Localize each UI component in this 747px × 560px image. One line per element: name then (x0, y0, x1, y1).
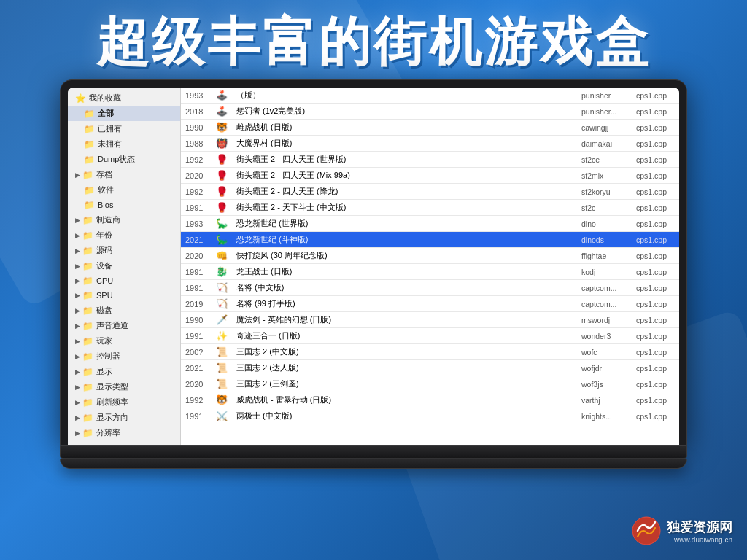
game-name: 恐龙新世纪 (世界版) (232, 216, 577, 232)
table-row[interactable]: 1991 ✨ 奇迹三合一 (日版) wonder3 cps1.cpp (181, 328, 679, 344)
table-row[interactable]: 2021 📜 三国志 2 (达人版) wofjdr cps1.cpp (181, 360, 679, 376)
table-row[interactable]: 1992 🐯 威虎战机 - 雷暴行动 (日版) varthj cps1.cpp (181, 392, 679, 408)
sidebar-item-12[interactable]: ▶📁CPU (68, 273, 180, 288)
sidebar-item-20[interactable]: ▶📁刷新频率 (68, 394, 180, 410)
game-name: 龙王战士 (日版) (232, 264, 577, 280)
expand-arrow: ▶ (75, 292, 80, 299)
sidebar-item-5[interactable]: ▶📁存档 (68, 167, 180, 182)
game-icon-cell: 🕹️ (212, 104, 232, 120)
folder-icon: ⭐ (75, 93, 86, 104)
table-row[interactable]: 1988 👹 大魔界村 (日版) daimakai cps1.cpp (181, 136, 679, 152)
game-name: 街头霸王 2 - 四大天王 (世界版) (232, 152, 577, 168)
expand-arrow: ▶ (75, 368, 80, 376)
sidebar-label: 源码 (96, 245, 112, 256)
sidebar-label: 显示类型 (96, 381, 128, 392)
game-rom: captcom... (577, 280, 632, 296)
sidebar-item-19[interactable]: ▶📁显示类型 (68, 379, 180, 394)
table-row[interactable]: 2019 🏹 名将 (99 打手版) captcom... cps1.cpp (181, 296, 679, 312)
sidebar-label: CPU (96, 276, 113, 285)
game-icon-cell: 🏹 (212, 280, 232, 296)
game-icon: 👹 (216, 138, 228, 149)
folder-icon: 📁 (82, 428, 93, 438)
game-icon: 🥊 (216, 170, 228, 181)
table-row[interactable]: 2018 🕹️ 惩罚者 (1v2完美版) punisher... cps1.cp… (181, 104, 679, 120)
game-year: 1992 (181, 392, 212, 408)
game-rom: cawingjj (577, 120, 632, 136)
sidebar-item-14[interactable]: ▶📁磁盘 (68, 303, 180, 318)
sidebar-item-11[interactable]: ▶📁设备 (68, 258, 180, 273)
game-rom: punisher (577, 88, 632, 104)
table-row[interactable]: 1990 🐯 雌虎战机 (日版) cawingjj cps1.cpp (181, 120, 679, 136)
sidebar-item-13[interactable]: ▶📁SPU (68, 288, 180, 303)
game-name: 奇迹三合一 (日版) (232, 328, 577, 344)
table-row[interactable]: 2020 🥊 街头霸王 2 - 四大天王 (Mix 99a) sf2mix cp… (181, 168, 679, 184)
sidebar-item-2[interactable]: 📁已拥有 (68, 121, 180, 136)
game-rom: punisher... (577, 104, 632, 120)
game-rom: dino (577, 216, 632, 232)
table-row[interactable]: 1991 🐉 龙王战士 (日版) kodj cps1.cpp (181, 264, 679, 280)
folder-icon: 📁 (82, 246, 93, 256)
sidebar-item-16[interactable]: ▶📁玩家 (68, 333, 180, 349)
folder-icon: 📁 (82, 351, 93, 362)
game-name: 威虎战机 - 雷暴行动 (日版) (232, 392, 577, 408)
game-name: 街头霸王 2 - 天下斗士 (中文版) (232, 200, 577, 216)
table-row[interactable]: 1993 🕹️ （版） punisher cps1.cpp (181, 88, 679, 104)
table-row[interactable]: 1991 ⚔️ 两极士 (中文版) knights... cps1.cpp (181, 408, 679, 424)
game-year: 1988 (181, 136, 212, 152)
expand-arrow: ▶ (75, 262, 80, 270)
game-rom: sf2c (577, 200, 632, 216)
expand-arrow: ▶ (75, 399, 80, 406)
game-icon: 🏹 (216, 282, 228, 293)
sidebar-label: 控制器 (96, 351, 120, 362)
game-icon: 📜 (216, 362, 228, 373)
expand-arrow: ▶ (75, 338, 80, 345)
table-row[interactable]: 1992 🥊 街头霸王 2 - 四大天王 (世界版) sf2ce cps1.cp… (181, 152, 679, 168)
game-year: 1990 (181, 120, 212, 136)
table-row[interactable]: 200? 📜 三国志 2 (中文版) wofc cps1.cpp (181, 344, 679, 360)
sidebar-item-10[interactable]: ▶📁源码 (68, 243, 180, 258)
table-row[interactable]: 1993 🦕 恐龙新世纪 (世界版) dino cps1.cpp (181, 216, 679, 232)
sidebar-item-7[interactable]: 📁Bios (68, 198, 180, 212)
sidebar-item-15[interactable]: ▶📁声音通道 (68, 318, 180, 333)
table-row[interactable]: 2020 👊 快打旋风 (30 周年纪念版) ffightae cps1.cpp (181, 248, 679, 264)
sidebar-item-18[interactable]: ▶📁显示 (68, 364, 180, 379)
sidebar-item-17[interactable]: ▶📁控制器 (68, 349, 180, 364)
game-rom: wofc (577, 344, 632, 360)
sidebar: ⭐我的收藏📁全部📁已拥有📁未拥有📁Dump状态▶📁存档📁软件📁Bios▶📁制造商… (68, 88, 181, 445)
game-year: 2021 (181, 360, 212, 376)
table-row[interactable]: 2020 📜 三国志 2 (三剑圣) wof3js cps1.cpp (181, 376, 679, 392)
game-name: 名将 (中文版) (232, 280, 577, 296)
sidebar-item-21[interactable]: ▶📁显示方向 (68, 410, 180, 425)
sidebar-item-3[interactable]: 📁未拥有 (68, 136, 180, 152)
table-row[interactable]: 1992 🥊 街头霸王 2 - 四大天王 (降龙) sf2koryu cps1.… (181, 184, 679, 200)
sidebar-item-1[interactable]: 📁全部 (68, 106, 180, 121)
sidebar-item-8[interactable]: ▶📁制造商 (68, 212, 180, 228)
game-name: 三国志 2 (中文版) (232, 344, 577, 360)
game-rom: kodj (577, 264, 632, 280)
folder-icon: 📁 (82, 230, 93, 241)
game-icon: 🐉 (216, 266, 228, 277)
game-icon-cell: 🐉 (212, 264, 232, 280)
sidebar-item-9[interactable]: ▶📁年份 (68, 228, 180, 243)
game-icon-cell: 📜 (212, 344, 232, 360)
table-row[interactable]: 1990 🗡️ 魔法剑 - 英雄的幻想 (日版) mswordj cps1.cp… (181, 312, 679, 328)
folder-icon: 📁 (82, 367, 93, 377)
sidebar-item-6[interactable]: 📁软件 (68, 182, 180, 198)
game-year: 200? (181, 344, 212, 360)
game-driver: cps1.cpp (632, 168, 679, 184)
game-rom: varthj (577, 392, 632, 408)
table-row[interactable]: 2021 🦕 恐龙新世纪 (斗神版) dinods cps1.cpp (181, 232, 679, 248)
game-driver: cps1.cpp (632, 280, 679, 296)
app-content: ⭐我的收藏📁全部📁已拥有📁未拥有📁Dump状态▶📁存档📁软件📁Bios▶📁制造商… (68, 88, 679, 445)
table-row[interactable]: 1991 🏹 名将 (中文版) captcom... cps1.cpp (181, 280, 679, 296)
game-driver: cps1.cpp (632, 408, 679, 424)
sidebar-item-4[interactable]: 📁Dump状态 (68, 152, 180, 167)
folder-icon: 📁 (82, 413, 93, 423)
folder-icon: 📁 (84, 139, 95, 149)
sidebar-item-0[interactable]: ⭐我的收藏 (68, 90, 180, 106)
sidebar-label: 年份 (96, 230, 112, 241)
sidebar-item-22[interactable]: ▶📁分辨率 (68, 425, 180, 440)
table-row[interactable]: 1991 🥊 街头霸王 2 - 天下斗士 (中文版) sf2c cps1.cpp (181, 200, 679, 216)
main-area[interactable]: 1993 🕹️ （版） punisher cps1.cpp 2018 🕹️ 惩罚… (181, 88, 679, 445)
sidebar-label: 磁盘 (96, 305, 112, 316)
